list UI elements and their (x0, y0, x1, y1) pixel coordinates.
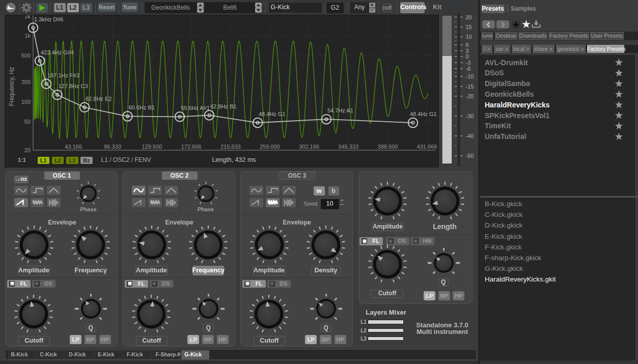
svg-text:Frequency, Hz: Frequency, Hz (8, 67, 15, 106)
svg-text:48.4Hz G1: 48.4Hz G1 (410, 111, 437, 117)
svg-text:3: 3 (466, 48, 469, 54)
svg-text:-3: -3 (466, 60, 471, 66)
svg-text:345.333: 345.333 (338, 144, 358, 150)
svg-text:1k: 1k (24, 33, 31, 39)
svg-text:259.000: 259.000 (260, 144, 280, 150)
svg-text:200: 200 (21, 79, 31, 85)
svg-text:388.500: 388.500 (378, 144, 398, 150)
svg-text:10: 10 (466, 34, 472, 40)
svg-text:215.833: 215.833 (220, 144, 241, 150)
svg-text:-40: -40 (466, 133, 474, 139)
svg-text:431.666: 431.666 (417, 144, 437, 150)
svg-text:6: 6 (466, 42, 469, 48)
svg-text:20: 20 (466, 14, 472, 20)
svg-text:-50: -50 (466, 153, 474, 159)
svg-text:43.166: 43.166 (65, 144, 82, 150)
svg-text:-30: -30 (466, 113, 474, 119)
svg-text:172.666: 172.666 (181, 144, 202, 150)
svg-text:127.8Hz C3: 127.8Hz C3 (59, 83, 88, 89)
svg-text:59.6Hz A#1: 59.6Hz A#1 (181, 105, 210, 111)
svg-text:-10: -10 (466, 73, 474, 79)
svg-text:82.8Hz E2: 82.8Hz E2 (86, 96, 112, 102)
svg-text:62.8Hz B1: 62.8Hz B1 (210, 103, 236, 109)
svg-text:-15: -15 (466, 83, 474, 90)
svg-text:0: 0 (466, 53, 469, 60)
svg-text:1.3kHz D#6: 1.3kHz D#6 (34, 16, 63, 22)
svg-text:-20: -20 (466, 93, 474, 99)
svg-text:50: 50 (24, 119, 31, 125)
svg-text:48.4Hz G1: 48.4Hz G1 (259, 111, 286, 117)
svg-text:-6: -6 (466, 66, 471, 72)
svg-text:100: 100 (21, 99, 31, 105)
svg-text:54.7Hz A1: 54.7Hz A1 (327, 107, 353, 114)
svg-text:187.1Hz F#3: 187.1Hz F#3 (47, 72, 79, 78)
svg-text:302.166: 302.166 (299, 144, 319, 150)
svg-text:129.500: 129.500 (142, 144, 162, 150)
svg-text:86.333: 86.333 (104, 144, 121, 150)
svg-text:500: 500 (21, 52, 31, 59)
svg-text:2k: 2k (24, 15, 31, 19)
svg-text:422.4Hz G#4: 422.4Hz G#4 (41, 49, 74, 55)
svg-text:20: 20 (24, 147, 31, 153)
svg-text:60.6Hz B1: 60.6Hz B1 (129, 104, 155, 110)
svg-text:15: 15 (466, 24, 472, 30)
